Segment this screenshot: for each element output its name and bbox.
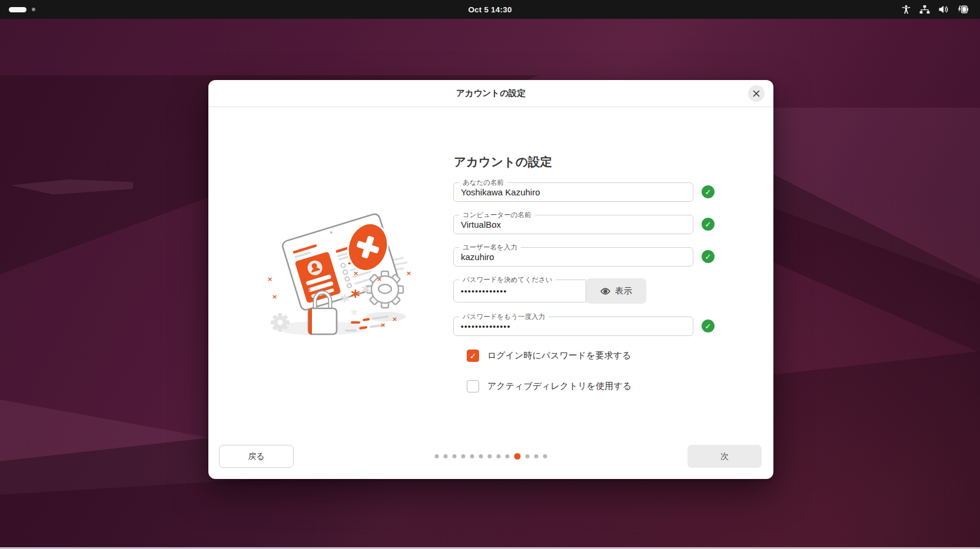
svg-text:×: × bbox=[306, 286, 311, 294]
svg-text:*: * bbox=[340, 291, 350, 311]
page-dot bbox=[470, 454, 474, 458]
checkbox-box bbox=[467, 380, 479, 392]
page-dot bbox=[444, 454, 448, 458]
network-wired-icon[interactable] bbox=[915, 2, 934, 17]
computer-name-value: VirtualBox bbox=[461, 215, 501, 234]
svg-text:×: × bbox=[392, 315, 397, 323]
svg-text:*: * bbox=[361, 281, 371, 302]
svg-text:×: × bbox=[272, 293, 277, 301]
battery-charging-icon[interactable] bbox=[953, 2, 973, 17]
password-field[interactable]: パスワードを決めてください ••••••••••••• bbox=[453, 280, 586, 302]
show-password-button[interactable]: 表示 bbox=[586, 278, 646, 304]
page-dot bbox=[435, 454, 439, 458]
page-dot bbox=[526, 454, 530, 458]
dialog-title: アカウントの設定 bbox=[456, 88, 526, 99]
clock-button[interactable]: Oct 5 14:30 bbox=[461, 4, 519, 16]
valid-check-icon bbox=[702, 250, 715, 263]
password-value: ••••••••••••• bbox=[461, 280, 507, 302]
svg-text:×: × bbox=[267, 275, 273, 283]
password-confirm-value: •••••••••••••• bbox=[461, 317, 511, 335]
svg-text:×: × bbox=[406, 269, 411, 277]
username-field[interactable]: ユーザー名を入力 kazuhiro bbox=[453, 247, 693, 267]
workspace-dot bbox=[32, 8, 35, 11]
page-dot bbox=[534, 454, 539, 458]
svg-text:×: × bbox=[377, 275, 382, 283]
fullname-field[interactable]: あなたの名前 Yoshikawa Kazuhiro bbox=[453, 182, 693, 202]
svg-text:×: × bbox=[380, 321, 386, 329]
volume-icon[interactable] bbox=[934, 2, 953, 17]
page-dot bbox=[506, 454, 510, 458]
gear-icon bbox=[367, 271, 403, 308]
page-dot bbox=[497, 454, 501, 458]
svg-text:×: × bbox=[353, 269, 358, 277]
valid-check-icon bbox=[702, 185, 715, 198]
page-dot bbox=[461, 454, 466, 458]
page-dot bbox=[543, 454, 547, 458]
eye-icon bbox=[600, 288, 610, 295]
require-password-label: ログイン時にパスワードを要求する bbox=[487, 350, 631, 361]
gnome-top-bar: Oct 5 14:30 bbox=[0, 0, 980, 19]
password-confirm-field[interactable]: パスワードをもう一度入力 •••••••••••••• bbox=[453, 317, 693, 336]
show-password-label: 表示 bbox=[615, 285, 632, 297]
dialog-body: * * * * ××× ××× ×× bbox=[208, 107, 773, 478]
workspace-indicator[interactable] bbox=[0, 7, 129, 12]
svg-text:*: * bbox=[351, 307, 358, 322]
account-setup-dialog: アカウントの設定 bbox=[208, 80, 773, 479]
valid-check-icon bbox=[702, 320, 715, 332]
page-dot bbox=[479, 454, 483, 458]
checkbox-box bbox=[467, 350, 479, 362]
svg-text:*: * bbox=[351, 286, 360, 307]
workspace-active-pill bbox=[9, 7, 26, 12]
page-dot-active bbox=[514, 453, 521, 460]
gear-small-icon bbox=[271, 313, 290, 332]
account-illustration: * * * * ××× ××× ×× bbox=[265, 206, 412, 350]
accessibility-icon[interactable] bbox=[897, 2, 915, 17]
close-icon bbox=[753, 90, 760, 97]
computer-name-field[interactable]: コンピューターの名前 VirtualBox bbox=[453, 215, 693, 234]
back-button[interactable]: 戻る bbox=[219, 445, 294, 468]
page-dot bbox=[488, 454, 492, 458]
username-value: kazuhiro bbox=[461, 248, 494, 266]
close-button[interactable] bbox=[748, 85, 765, 102]
next-button[interactable]: 次 bbox=[687, 445, 762, 468]
require-password-checkbox[interactable]: ログイン時にパスワードを要求する bbox=[467, 350, 631, 362]
dialog-header: アカウントの設定 bbox=[208, 80, 773, 107]
active-directory-label: アクティブディレクトリを使用する bbox=[487, 381, 632, 392]
fullname-value: Yoshikawa Kazuhiro bbox=[461, 183, 540, 201]
page-title: アカウントの設定 bbox=[454, 154, 552, 170]
valid-check-icon bbox=[702, 218, 715, 231]
active-directory-checkbox[interactable]: アクティブディレクトリを使用する bbox=[467, 380, 632, 392]
page-dot bbox=[453, 454, 457, 458]
page-indicator-dots bbox=[435, 453, 547, 460]
system-status-area[interactable] bbox=[897, 2, 980, 17]
